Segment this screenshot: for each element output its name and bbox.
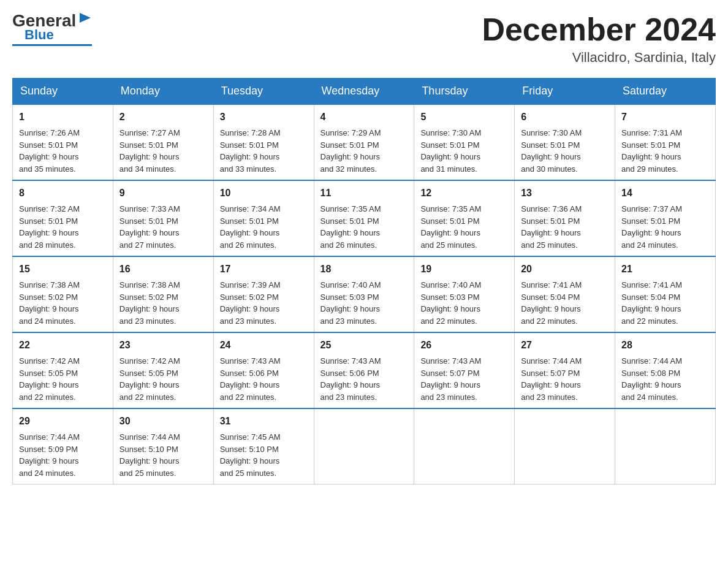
weekday-header-monday: Monday xyxy=(113,79,213,105)
daylight-minutes-text: and 25 minutes. xyxy=(521,240,578,250)
calendar-cell: 22 Sunrise: 7:42 AM Sunset: 5:05 PM Dayl… xyxy=(13,332,113,408)
calendar-cell: 1 Sunrise: 7:26 AM Sunset: 5:01 PM Dayli… xyxy=(13,104,113,180)
day-number: 13 xyxy=(521,186,609,201)
day-number: 4 xyxy=(320,110,408,124)
sunset-text: Sunset: 5:01 PM xyxy=(320,140,379,150)
daylight-text: Daylight: 9 hours xyxy=(220,152,280,161)
day-number: 17 xyxy=(220,262,308,277)
daylight-text: Daylight: 9 hours xyxy=(320,304,381,313)
daylight-text: Daylight: 9 hours xyxy=(19,304,79,313)
month-year-title: December 2024 xyxy=(482,12,716,47)
daylight-minutes-text: and 22 minutes. xyxy=(621,316,678,326)
sunrise-text: Sunrise: 7:30 AM xyxy=(521,128,582,137)
daylight-minutes-text: and 32 minutes. xyxy=(320,164,377,174)
day-number: 6 xyxy=(521,110,609,124)
sunset-text: Sunset: 5:01 PM xyxy=(119,216,178,226)
calendar-cell: 21 Sunrise: 7:41 AM Sunset: 5:04 PM Dayl… xyxy=(615,256,716,332)
sunrise-text: Sunrise: 7:35 AM xyxy=(420,204,481,213)
daylight-minutes-text: and 22 minutes. xyxy=(19,393,76,402)
calendar-cell xyxy=(515,408,615,484)
calendar-cell: 5 Sunrise: 7:30 AM Sunset: 5:01 PM Dayli… xyxy=(414,104,515,180)
calendar-cell: 31 Sunrise: 7:45 AM Sunset: 5:10 PM Dayl… xyxy=(213,408,314,484)
day-number: 18 xyxy=(320,262,408,277)
sunset-text: Sunset: 5:02 PM xyxy=(220,293,279,302)
daylight-minutes-text: and 35 minutes. xyxy=(19,164,76,174)
location-text: Villacidro, Sardinia, Italy xyxy=(482,50,716,66)
sunrise-text: Sunrise: 7:36 AM xyxy=(521,204,582,213)
calendar-cell: 12 Sunrise: 7:35 AM Sunset: 5:01 PM Dayl… xyxy=(414,180,515,256)
calendar-cell: 3 Sunrise: 7:28 AM Sunset: 5:01 PM Dayli… xyxy=(213,104,314,180)
weekday-header-sunday: Sunday xyxy=(13,79,113,105)
day-number: 27 xyxy=(521,338,609,353)
calendar-cell: 19 Sunrise: 7:40 AM Sunset: 5:03 PM Dayl… xyxy=(414,256,515,332)
sunset-text: Sunset: 5:07 PM xyxy=(420,369,479,378)
day-number: 3 xyxy=(220,110,308,124)
daylight-minutes-text: and 24 minutes. xyxy=(19,316,76,326)
day-number: 20 xyxy=(521,262,609,277)
sunrise-text: Sunrise: 7:30 AM xyxy=(420,128,481,137)
daylight-text: Daylight: 9 hours xyxy=(19,228,79,237)
sunset-text: Sunset: 5:03 PM xyxy=(420,293,479,302)
sunrise-text: Sunrise: 7:42 AM xyxy=(19,356,80,366)
daylight-minutes-text: and 26 minutes. xyxy=(320,240,377,250)
logo: General Blue xyxy=(12,12,93,46)
day-number: 28 xyxy=(621,338,709,353)
daylight-minutes-text: and 27 minutes. xyxy=(119,240,176,250)
daylight-minutes-text: and 24 minutes. xyxy=(621,393,678,402)
sunset-text: Sunset: 5:01 PM xyxy=(19,216,78,226)
daylight-text: Daylight: 9 hours xyxy=(521,152,581,161)
sunset-text: Sunset: 5:01 PM xyxy=(119,140,178,150)
calendar-cell: 13 Sunrise: 7:36 AM Sunset: 5:01 PM Dayl… xyxy=(515,180,615,256)
calendar-cell: 9 Sunrise: 7:33 AM Sunset: 5:01 PM Dayli… xyxy=(113,180,213,256)
calendar-cell: 2 Sunrise: 7:27 AM Sunset: 5:01 PM Dayli… xyxy=(113,104,213,180)
day-number: 11 xyxy=(320,186,408,201)
sunrise-text: Sunrise: 7:42 AM xyxy=(119,356,180,366)
sunrise-text: Sunrise: 7:41 AM xyxy=(521,280,582,289)
daylight-minutes-text: and 34 minutes. xyxy=(119,164,176,174)
daylight-minutes-text: and 30 minutes. xyxy=(521,164,578,174)
calendar-cell: 14 Sunrise: 7:37 AM Sunset: 5:01 PM Dayl… xyxy=(615,180,716,256)
weekday-header-tuesday: Tuesday xyxy=(213,79,314,105)
sunrise-text: Sunrise: 7:43 AM xyxy=(420,356,481,366)
daylight-minutes-text: and 23 minutes. xyxy=(320,393,377,402)
sunrise-text: Sunrise: 7:33 AM xyxy=(119,204,180,213)
daylight-minutes-text: and 25 minutes. xyxy=(220,469,277,478)
day-number: 5 xyxy=(420,110,508,124)
day-number: 16 xyxy=(119,262,207,277)
sunrise-text: Sunrise: 7:26 AM xyxy=(19,128,80,137)
daylight-minutes-text: and 26 minutes. xyxy=(220,240,277,250)
daylight-text: Daylight: 9 hours xyxy=(220,228,280,237)
logo-flag-icon xyxy=(77,12,93,28)
sunrise-text: Sunrise: 7:44 AM xyxy=(621,356,682,366)
day-number: 12 xyxy=(420,186,508,201)
calendar-cell: 23 Sunrise: 7:42 AM Sunset: 5:05 PM Dayl… xyxy=(113,332,213,408)
calendar-cell: 16 Sunrise: 7:38 AM Sunset: 5:02 PM Dayl… xyxy=(113,256,213,332)
daylight-text: Daylight: 9 hours xyxy=(220,456,280,465)
sunrise-text: Sunrise: 7:29 AM xyxy=(320,128,381,137)
sunrise-text: Sunrise: 7:27 AM xyxy=(119,128,180,137)
svg-marker-0 xyxy=(80,13,91,23)
day-number: 23 xyxy=(119,338,207,353)
day-number: 2 xyxy=(119,110,207,124)
day-number: 29 xyxy=(19,414,107,429)
daylight-text: Daylight: 9 hours xyxy=(119,456,180,465)
sunset-text: Sunset: 5:01 PM xyxy=(420,216,479,226)
sunrise-text: Sunrise: 7:45 AM xyxy=(220,432,281,442)
week-row-5: 29 Sunrise: 7:44 AM Sunset: 5:09 PM Dayl… xyxy=(13,408,716,484)
sunset-text: Sunset: 5:04 PM xyxy=(621,293,680,302)
daylight-minutes-text: and 23 minutes. xyxy=(320,316,377,326)
week-row-4: 22 Sunrise: 7:42 AM Sunset: 5:05 PM Dayl… xyxy=(13,332,716,408)
sunrise-text: Sunrise: 7:43 AM xyxy=(320,356,381,366)
sunrise-text: Sunrise: 7:28 AM xyxy=(220,128,281,137)
day-number: 26 xyxy=(420,338,508,353)
day-number: 31 xyxy=(220,414,308,429)
weekday-header-friday: Friday xyxy=(515,79,615,105)
daylight-text: Daylight: 9 hours xyxy=(119,380,180,389)
sunrise-text: Sunrise: 7:32 AM xyxy=(19,204,80,213)
sunset-text: Sunset: 5:10 PM xyxy=(119,445,178,454)
daylight-text: Daylight: 9 hours xyxy=(621,228,681,237)
daylight-text: Daylight: 9 hours xyxy=(19,380,79,389)
daylight-text: Daylight: 9 hours xyxy=(420,152,480,161)
daylight-text: Daylight: 9 hours xyxy=(621,152,681,161)
daylight-minutes-text: and 23 minutes. xyxy=(420,393,477,402)
